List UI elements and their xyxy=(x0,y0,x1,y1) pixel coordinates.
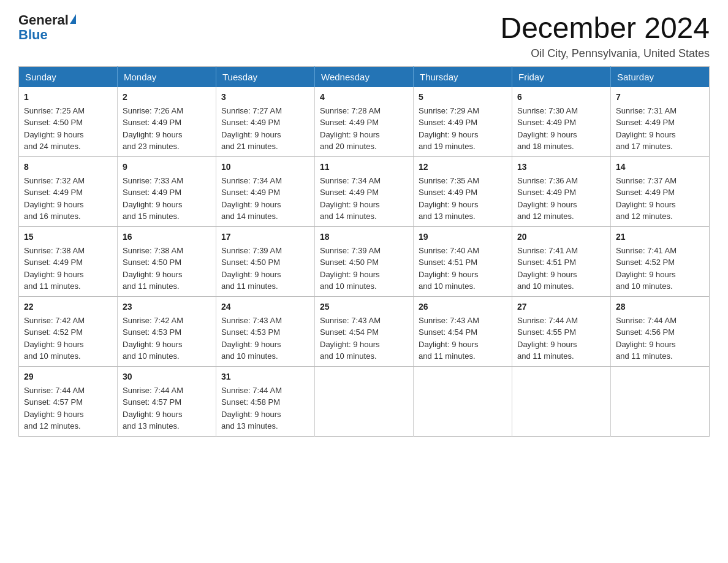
day-number: 5 xyxy=(419,91,507,104)
calendar-cell: 27Sunrise: 7:44 AMSunset: 4:55 PMDayligh… xyxy=(512,296,611,366)
day-info: Sunrise: 7:41 AMSunset: 4:51 PMDaylight:… xyxy=(517,246,578,291)
day-info: Sunrise: 7:44 AMSunset: 4:58 PMDaylight:… xyxy=(221,386,282,431)
day-number: 9 xyxy=(123,161,211,174)
calendar-cell xyxy=(611,366,710,436)
day-info: Sunrise: 7:44 AMSunset: 4:55 PMDaylight:… xyxy=(517,316,578,361)
day-info: Sunrise: 7:38 AMSunset: 4:50 PMDaylight:… xyxy=(123,246,183,291)
day-number: 20 xyxy=(517,231,605,243)
day-number: 14 xyxy=(616,161,704,174)
weekday-header-friday: Friday xyxy=(512,66,611,87)
day-number: 30 xyxy=(123,370,211,383)
day-info: Sunrise: 7:44 AMSunset: 4:56 PMDaylight:… xyxy=(616,316,677,361)
calendar-cell: 3Sunrise: 7:27 AMSunset: 4:49 PMDaylight… xyxy=(216,87,315,157)
day-info: Sunrise: 7:29 AMSunset: 4:49 PMDaylight:… xyxy=(419,106,479,151)
weekday-header-tuesday: Tuesday xyxy=(216,66,315,87)
calendar-cell: 13Sunrise: 7:36 AMSunset: 4:49 PMDayligh… xyxy=(512,156,611,226)
weekday-header-thursday: Thursday xyxy=(414,66,512,87)
weekday-header-saturday: Saturday xyxy=(611,66,710,87)
day-info: Sunrise: 7:44 AMSunset: 4:57 PMDaylight:… xyxy=(24,386,85,431)
calendar-week-row: 29Sunrise: 7:44 AMSunset: 4:57 PMDayligh… xyxy=(19,366,710,436)
logo-general-text: General xyxy=(18,12,69,28)
logo-triangle-icon xyxy=(70,14,76,24)
day-info: Sunrise: 7:25 AMSunset: 4:50 PMDaylight:… xyxy=(24,106,85,151)
calendar-cell: 22Sunrise: 7:42 AMSunset: 4:52 PMDayligh… xyxy=(19,296,118,366)
day-number: 7 xyxy=(616,91,704,104)
day-number: 13 xyxy=(517,161,605,174)
day-number: 27 xyxy=(517,301,605,313)
calendar-cell: 16Sunrise: 7:38 AMSunset: 4:50 PMDayligh… xyxy=(118,226,216,296)
day-number: 29 xyxy=(24,370,112,383)
day-info: Sunrise: 7:38 AMSunset: 4:49 PMDaylight:… xyxy=(24,246,85,291)
day-number: 19 xyxy=(419,231,507,243)
day-info: Sunrise: 7:41 AMSunset: 4:52 PMDaylight:… xyxy=(616,246,677,291)
calendar-cell: 11Sunrise: 7:34 AMSunset: 4:49 PMDayligh… xyxy=(315,156,414,226)
calendar-cell: 17Sunrise: 7:39 AMSunset: 4:50 PMDayligh… xyxy=(216,226,315,296)
day-number: 2 xyxy=(123,91,211,104)
day-number: 17 xyxy=(221,231,309,243)
day-info: Sunrise: 7:42 AMSunset: 4:52 PMDaylight:… xyxy=(24,316,85,361)
day-info: Sunrise: 7:28 AMSunset: 4:49 PMDaylight:… xyxy=(320,106,381,151)
calendar-cell xyxy=(512,366,611,436)
day-number: 6 xyxy=(517,91,605,104)
day-number: 12 xyxy=(419,161,507,174)
day-number: 8 xyxy=(24,161,112,174)
calendar-cell: 29Sunrise: 7:44 AMSunset: 4:57 PMDayligh… xyxy=(19,366,118,436)
day-info: Sunrise: 7:39 AMSunset: 4:50 PMDaylight:… xyxy=(320,246,381,291)
calendar-cell: 7Sunrise: 7:31 AMSunset: 4:49 PMDaylight… xyxy=(611,87,710,157)
calendar-cell: 15Sunrise: 7:38 AMSunset: 4:49 PMDayligh… xyxy=(19,226,118,296)
day-number: 10 xyxy=(221,161,309,174)
day-info: Sunrise: 7:33 AMSunset: 4:49 PMDaylight:… xyxy=(123,176,183,221)
day-number: 11 xyxy=(320,161,408,174)
day-info: Sunrise: 7:34 AMSunset: 4:49 PMDaylight:… xyxy=(221,176,282,221)
day-number: 31 xyxy=(221,370,309,383)
day-number: 21 xyxy=(616,231,704,243)
day-info: Sunrise: 7:39 AMSunset: 4:50 PMDaylight:… xyxy=(221,246,282,291)
calendar-cell: 19Sunrise: 7:40 AMSunset: 4:51 PMDayligh… xyxy=(414,226,512,296)
calendar-cell: 9Sunrise: 7:33 AMSunset: 4:49 PMDaylight… xyxy=(118,156,216,226)
weekday-header-row: SundayMondayTuesdayWednesdayThursdayFrid… xyxy=(19,66,710,87)
day-info: Sunrise: 7:37 AMSunset: 4:49 PMDaylight:… xyxy=(616,176,677,221)
day-info: Sunrise: 7:27 AMSunset: 4:49 PMDaylight:… xyxy=(221,106,282,151)
day-number: 22 xyxy=(24,301,112,313)
calendar-week-row: 22Sunrise: 7:42 AMSunset: 4:52 PMDayligh… xyxy=(19,296,710,366)
day-info: Sunrise: 7:31 AMSunset: 4:49 PMDaylight:… xyxy=(616,106,677,151)
calendar-cell: 28Sunrise: 7:44 AMSunset: 4:56 PMDayligh… xyxy=(611,296,710,366)
day-info: Sunrise: 7:40 AMSunset: 4:51 PMDaylight:… xyxy=(419,246,479,291)
calendar-cell: 23Sunrise: 7:42 AMSunset: 4:53 PMDayligh… xyxy=(118,296,216,366)
day-info: Sunrise: 7:42 AMSunset: 4:53 PMDaylight:… xyxy=(123,316,183,361)
day-info: Sunrise: 7:32 AMSunset: 4:49 PMDaylight:… xyxy=(24,176,85,221)
day-info: Sunrise: 7:34 AMSunset: 4:49 PMDaylight:… xyxy=(320,176,381,221)
calendar-cell: 6Sunrise: 7:30 AMSunset: 4:49 PMDaylight… xyxy=(512,87,611,157)
calendar-cell: 12Sunrise: 7:35 AMSunset: 4:49 PMDayligh… xyxy=(414,156,512,226)
calendar-cell: 14Sunrise: 7:37 AMSunset: 4:49 PMDayligh… xyxy=(611,156,710,226)
day-info: Sunrise: 7:43 AMSunset: 4:53 PMDaylight:… xyxy=(221,316,282,361)
day-number: 3 xyxy=(221,91,309,104)
day-info: Sunrise: 7:36 AMSunset: 4:49 PMDaylight:… xyxy=(517,176,578,221)
day-info: Sunrise: 7:35 AMSunset: 4:49 PMDaylight:… xyxy=(419,176,479,221)
calendar-cell: 8Sunrise: 7:32 AMSunset: 4:49 PMDaylight… xyxy=(19,156,118,226)
calendar-cell: 21Sunrise: 7:41 AMSunset: 4:52 PMDayligh… xyxy=(611,226,710,296)
calendar-cell: 26Sunrise: 7:43 AMSunset: 4:54 PMDayligh… xyxy=(414,296,512,366)
calendar-cell: 25Sunrise: 7:43 AMSunset: 4:54 PMDayligh… xyxy=(315,296,414,366)
day-info: Sunrise: 7:44 AMSunset: 4:57 PMDaylight:… xyxy=(123,386,183,431)
calendar-cell: 18Sunrise: 7:39 AMSunset: 4:50 PMDayligh… xyxy=(315,226,414,296)
location-subtitle: Oil City, Pennsylvania, United States xyxy=(500,47,710,60)
calendar-cell: 24Sunrise: 7:43 AMSunset: 4:53 PMDayligh… xyxy=(216,296,315,366)
calendar-cell: 1Sunrise: 7:25 AMSunset: 4:50 PMDaylight… xyxy=(19,87,118,157)
calendar-table: SundayMondayTuesdayWednesdayThursdayFrid… xyxy=(18,66,710,437)
calendar-week-row: 1Sunrise: 7:25 AMSunset: 4:50 PMDaylight… xyxy=(19,87,710,157)
calendar-cell xyxy=(414,366,512,436)
day-number: 15 xyxy=(24,231,112,243)
calendar-cell: 30Sunrise: 7:44 AMSunset: 4:57 PMDayligh… xyxy=(118,366,216,436)
logo-blue-text: Blue xyxy=(18,27,48,43)
weekday-header-sunday: Sunday xyxy=(19,66,118,87)
day-number: 18 xyxy=(320,231,408,243)
page-header: General Blue December 2024 Oil City, Pen… xyxy=(18,12,710,60)
calendar-cell: 5Sunrise: 7:29 AMSunset: 4:49 PMDaylight… xyxy=(414,87,512,157)
day-number: 24 xyxy=(221,301,309,313)
logo: General Blue xyxy=(18,12,76,43)
calendar-cell: 2Sunrise: 7:26 AMSunset: 4:49 PMDaylight… xyxy=(118,87,216,157)
day-number: 26 xyxy=(419,301,507,313)
day-info: Sunrise: 7:43 AMSunset: 4:54 PMDaylight:… xyxy=(419,316,479,361)
weekday-header-monday: Monday xyxy=(118,66,216,87)
